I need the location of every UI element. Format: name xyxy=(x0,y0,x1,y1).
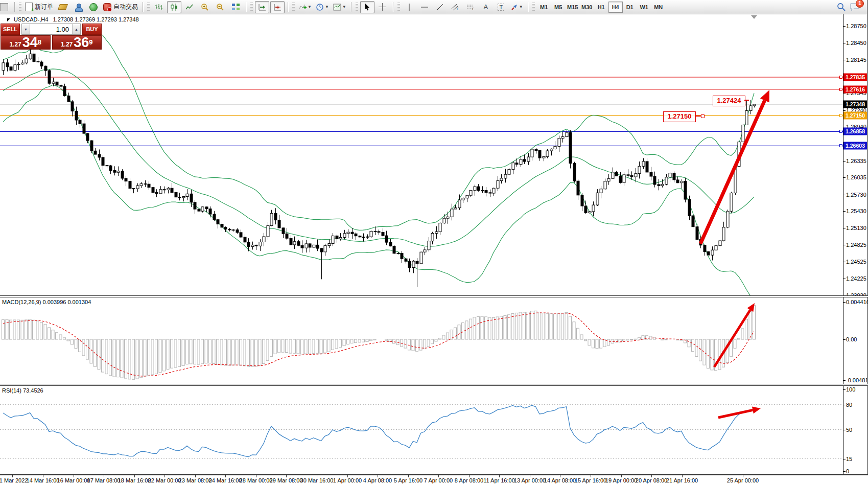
fibonacci-icon: F xyxy=(466,4,475,11)
rsi-panel[interactable] xyxy=(0,386,843,474)
rsi-tick-label: 15 xyxy=(846,456,852,462)
chart-header: USDCAD-,H4 1.27308 1.27369 1.27293 1.273… xyxy=(7,16,139,22)
new-order-button[interactable]: + 新订单 xyxy=(24,1,55,13)
line-chart-icon xyxy=(185,4,194,11)
macd-panel[interactable] xyxy=(0,297,843,384)
equidistant-channel-tool[interactable]: E xyxy=(448,1,462,13)
chat-button[interactable]: 1 xyxy=(850,3,860,11)
sell-quote[interactable]: 1.27 34 8 xyxy=(1,35,51,50)
timeframe-button-w1[interactable]: W1 xyxy=(637,2,651,13)
fibonacci-tool[interactable]: F xyxy=(463,1,478,13)
price-tick xyxy=(843,26,846,27)
annotation-tail-square xyxy=(701,114,705,118)
text-label-tool[interactable]: T xyxy=(494,1,508,13)
indicators-button[interactable]: ▼ xyxy=(297,1,313,13)
time-axis-label: 30 Mar 16:00 xyxy=(300,477,334,483)
timeframe-button-m15[interactable]: M15 xyxy=(566,2,580,13)
price-tick xyxy=(843,195,846,195)
trend-arrow[interactable] xyxy=(714,310,750,367)
sell-price-big: 34 xyxy=(22,36,38,49)
new-order-label: 新订单 xyxy=(35,3,53,11)
bb-upper[interactable] xyxy=(3,32,754,230)
sell-button[interactable]: SELL xyxy=(1,24,20,35)
tile-windows-button[interactable] xyxy=(228,1,243,13)
price-tick xyxy=(843,262,846,262)
time-axis-label: 4 Apr 08:00 xyxy=(363,477,392,483)
chart-shift-icon xyxy=(273,4,281,11)
volume-decrease-button[interactable]: ▼ xyxy=(22,24,30,34)
price-annotation[interactable]: 1.27424 xyxy=(713,96,745,106)
bb-lower[interactable] xyxy=(3,85,754,295)
trend-arrow[interactable] xyxy=(700,100,765,244)
timeframe-button-mn[interactable]: MN xyxy=(651,2,666,13)
chip-connector xyxy=(839,130,842,133)
cursor-icon xyxy=(364,3,370,11)
auto-scroll-button[interactable] xyxy=(255,1,269,13)
volume-increase-button[interactable]: ▲ xyxy=(72,24,80,34)
bb-middle[interactable] xyxy=(3,69,754,246)
zoom-out-button[interactable] xyxy=(213,1,227,13)
arrows-tool[interactable]: ▼ xyxy=(509,1,525,13)
crosshair-tool-button[interactable] xyxy=(376,1,390,13)
symbol-marker-icon xyxy=(7,18,10,21)
chart-shift-marker-icon[interactable] xyxy=(751,15,757,19)
price-tick-label: 1.24825 xyxy=(846,242,866,248)
price-tick xyxy=(843,279,846,279)
timeframe-button-h4[interactable]: H4 xyxy=(608,2,623,13)
trend-arrow[interactable] xyxy=(718,410,753,418)
symbol-period-label: USDCAD-,H4 xyxy=(14,16,48,22)
line-chart-mode-button[interactable] xyxy=(182,1,197,13)
trendline-tool[interactable] xyxy=(433,1,447,13)
time-axis[interactable]: 11 Mar 202214 Mar 16:0016 Mar 00:0017 Ma… xyxy=(0,474,868,484)
search-icon[interactable] xyxy=(837,3,846,11)
rsi-tick-label: 100 xyxy=(846,386,855,393)
macd-label: MACD(12,26,9) 0.003996 0.001304 xyxy=(2,299,91,305)
chip-connector xyxy=(839,88,842,91)
rsi-line[interactable] xyxy=(3,405,754,457)
timeframe-button-m5[interactable]: M5 xyxy=(551,2,566,13)
buy-button[interactable]: BUY xyxy=(82,24,102,35)
rsi-splitter[interactable] xyxy=(0,384,868,386)
main-chart-panel[interactable] xyxy=(0,14,843,295)
trendline-icon xyxy=(436,4,443,11)
timeframe-button-m30[interactable]: M30 xyxy=(580,2,594,13)
eraser-icon xyxy=(58,4,68,10)
vertical-line-tool[interactable] xyxy=(402,1,416,13)
time-axis-label: 20 Apr 08:00 xyxy=(636,477,667,483)
cut-toolbar-icon[interactable] xyxy=(0,1,11,13)
eraser-button[interactable] xyxy=(56,1,70,13)
auto-trading-icon xyxy=(103,3,111,11)
buy-quote[interactable]: 1.27 36 9 xyxy=(52,35,102,50)
price-tick xyxy=(843,93,846,94)
timeframe-button-m1[interactable]: M1 xyxy=(537,2,551,13)
cursor-tool-button[interactable] xyxy=(360,1,374,13)
horizontal-line-tool[interactable] xyxy=(417,1,432,13)
price-tick xyxy=(843,60,846,60)
templates-button[interactable]: ▼ xyxy=(332,1,348,13)
time-axis-label: 1 Apr 00:00 xyxy=(333,477,362,483)
price-annotation[interactable]: 1.27150 xyxy=(663,111,696,122)
bar-chart-mode-button[interactable] xyxy=(152,1,166,13)
auto-trading-button[interactable]: 自动交易 xyxy=(102,1,139,13)
svg-text:F: F xyxy=(472,7,474,11)
time-axis-label: 17 Mar 08:00 xyxy=(87,477,121,483)
chart-shift-button[interactable] xyxy=(270,1,285,13)
time-axis-label: 22 Mar 00:00 xyxy=(148,477,181,483)
periods-button[interactable]: ▼ xyxy=(314,1,331,13)
chevron-down-icon: ▼ xyxy=(519,5,523,9)
time-axis-label: 14 Mar 16:00 xyxy=(27,477,60,483)
profile-button[interactable] xyxy=(71,1,85,13)
timeframe-button-h1[interactable]: H1 xyxy=(594,2,608,13)
candlestick-icon xyxy=(170,4,178,11)
signal-button[interactable] xyxy=(86,1,101,13)
volume-input[interactable]: 1.00 xyxy=(30,24,72,34)
timeframe-button-d1[interactable]: D1 xyxy=(623,2,637,13)
annotation-tail xyxy=(695,116,701,117)
candlestick-mode-button[interactable] xyxy=(167,1,181,13)
macd-splitter[interactable] xyxy=(0,295,868,297)
time-axis-label: 13 Apr 00:00 xyxy=(514,477,546,483)
price-tick-label: 1.26035 xyxy=(846,174,866,180)
chip-connector xyxy=(839,144,842,147)
text-tool[interactable]: A xyxy=(479,1,493,13)
zoom-in-button[interactable] xyxy=(198,1,212,13)
